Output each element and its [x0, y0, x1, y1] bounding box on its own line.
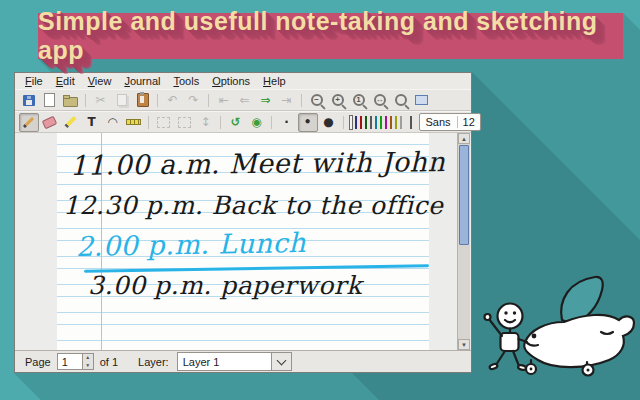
color-light-blue-swatch[interactable]	[375, 116, 377, 129]
notebook-page[interactable]: 11.00 a.m. Meet with John 12.30 p.m. Bac…	[57, 133, 429, 350]
pen-options-button[interactable]: ◉	[247, 113, 267, 132]
highlighter-icon	[64, 116, 76, 128]
save-button[interactable]	[19, 91, 39, 110]
menu-file[interactable]: File	[19, 74, 50, 88]
toolbar-separator	[208, 94, 209, 107]
thickness-medium-button[interactable]: •	[298, 113, 318, 132]
statusbar: Page 1 ▲ ▼ of 1 Layer: Layer 1	[15, 350, 471, 372]
menu-help[interactable]: Help	[257, 74, 293, 88]
last-page-button[interactable]: ⇥	[277, 91, 297, 110]
font-button[interactable]: Sans12	[419, 113, 481, 131]
normal-size-button[interactable]: 1	[349, 91, 369, 110]
thickness-fine-button[interactable]: ·	[277, 113, 297, 132]
headline-text: Simple and usefull note-taking and sketc…	[38, 7, 623, 65]
paste-button[interactable]	[133, 91, 153, 110]
last-page-icon: ⇥	[281, 94, 291, 106]
pen-button[interactable]	[19, 113, 39, 132]
copy-icon	[117, 94, 127, 106]
eraser-button[interactable]	[40, 113, 60, 132]
next-page-icon: ⇒	[260, 94, 270, 106]
cut-button[interactable]: ✂	[91, 91, 111, 110]
ruler-button[interactable]	[124, 113, 144, 132]
menu-options[interactable]: Options	[206, 74, 257, 88]
full-screen-icon	[415, 95, 428, 105]
chevron-down-icon	[276, 355, 286, 365]
color-magenta-swatch[interactable]	[385, 116, 387, 129]
toolbar-separator	[85, 94, 86, 107]
toolbar-separator	[343, 116, 344, 129]
handwritten-note: 12.30 p.m. Back to the office	[63, 193, 443, 218]
open-button[interactable]	[61, 91, 81, 110]
full-screen-button[interactable]	[412, 91, 432, 110]
stickman-airplane-doodle	[468, 262, 640, 400]
thickness-thick-icon: ●	[323, 116, 333, 128]
paste-icon	[137, 93, 149, 107]
handwritten-note-struck: 2.00 p.m. Lunch	[76, 229, 306, 260]
menu-tools[interactable]: Tools	[167, 74, 206, 88]
redo-button[interactable]: ↷	[184, 91, 204, 110]
shape-recognizer-icon: ◠	[107, 116, 117, 128]
headline-banner: Simple and usefull note-taking and sketc…	[38, 13, 623, 59]
color-black-swatch[interactable]	[350, 116, 352, 129]
page-count-label: of 1	[100, 356, 118, 368]
color-green-swatch[interactable]	[365, 116, 367, 129]
color-yellow-swatch[interactable]	[395, 116, 397, 129]
normal-size-icon: 1	[353, 94, 365, 106]
zoom-in-button[interactable]: +	[328, 91, 348, 110]
spinner-arrows[interactable]: ▲ ▼	[82, 354, 93, 369]
color-white-swatch[interactable]	[400, 116, 402, 129]
toolbar-separator	[157, 94, 158, 107]
drawing-canvas[interactable]: 11.00 a.m. Meet with John 12.30 p.m. Bac…	[15, 133, 471, 350]
set-zoom-button[interactable]	[391, 91, 411, 110]
color-color-chooser-button[interactable]	[410, 116, 412, 129]
thickness-medium-icon: •	[304, 116, 312, 128]
scroll-up-arrow-icon[interactable]: ▲	[458, 133, 470, 144]
color-blue-swatch[interactable]	[355, 116, 357, 129]
select-rectangle-icon	[178, 117, 191, 128]
text-button[interactable]: T	[82, 113, 102, 132]
page-number-spinner[interactable]: 1 ▲ ▼	[57, 353, 94, 370]
previous-page-button[interactable]: ⇐	[235, 91, 255, 110]
menu-edit[interactable]: Edit	[50, 74, 82, 88]
highlighter-button[interactable]	[61, 113, 81, 132]
page-width-icon: ↔	[374, 94, 386, 106]
new-file-icon	[44, 93, 55, 107]
select-region-button[interactable]	[154, 113, 174, 132]
handwritten-note: 11.00 a.m. Meet with John	[70, 148, 446, 179]
color-red-swatch[interactable]	[360, 116, 362, 129]
page-width-button[interactable]: ↔	[370, 91, 390, 110]
vertical-space-button[interactable]: ↕	[196, 113, 216, 132]
page-number-value[interactable]: 1	[58, 354, 82, 369]
handwritten-note: 3.00 p.m. paperwork	[88, 273, 362, 298]
zoom-out-button[interactable]: −	[307, 91, 327, 110]
undo-icon: ↶	[167, 94, 177, 106]
color-gray-swatch[interactable]	[370, 116, 372, 129]
thickness-thick-button[interactable]: ●	[319, 113, 339, 132]
color-light-green-swatch[interactable]	[380, 116, 382, 129]
font-family-value[interactable]: Sans	[420, 116, 458, 128]
first-page-button[interactable]: ⇤	[214, 91, 234, 110]
layer-value[interactable]: Layer 1	[178, 353, 271, 370]
new-file-button[interactable]	[40, 91, 60, 110]
default-icon: ↺	[230, 116, 240, 128]
menu-view[interactable]: View	[82, 74, 119, 88]
default-button[interactable]: ↺	[226, 113, 246, 132]
shape-recognizer-button[interactable]: ◠	[103, 113, 123, 132]
layer-combobox[interactable]: Layer 1	[177, 352, 292, 371]
spin-down-icon[interactable]: ▼	[83, 362, 93, 370]
color-orange-swatch[interactable]	[390, 116, 392, 129]
spin-up-icon[interactable]: ▲	[83, 354, 93, 362]
copy-button[interactable]	[112, 91, 132, 110]
font-size-value[interactable]: 12	[458, 116, 480, 128]
scrollbar-thumb[interactable]	[459, 145, 469, 245]
select-rectangle-button[interactable]	[175, 113, 195, 132]
redo-icon: ↷	[188, 94, 198, 106]
next-page-button[interactable]: ⇒	[256, 91, 276, 110]
toolbar-separator	[220, 116, 221, 129]
menu-journal[interactable]: Journal	[118, 74, 167, 88]
combo-dropdown-button[interactable]	[271, 353, 291, 370]
thickness-fine-icon: ·	[284, 116, 289, 128]
zoom-out-icon: −	[311, 94, 323, 106]
page-label: Page	[25, 356, 51, 368]
undo-button[interactable]: ↶	[163, 91, 183, 110]
